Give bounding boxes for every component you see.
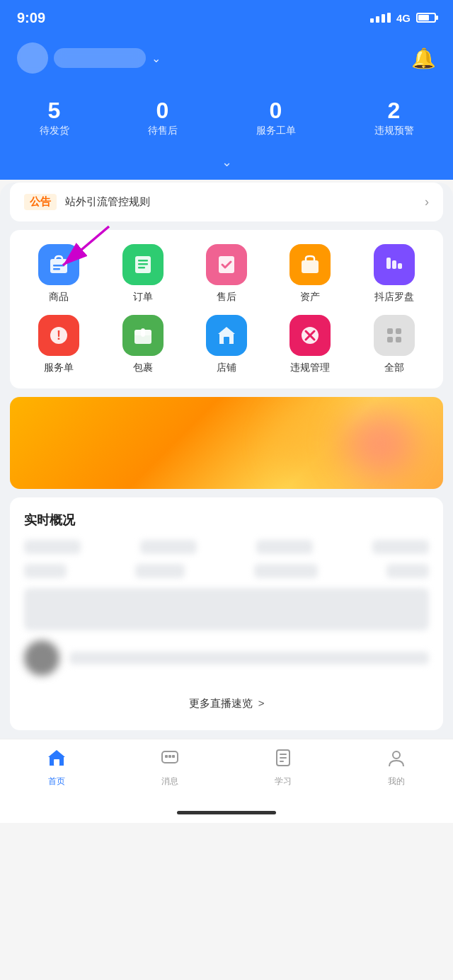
- menu-label-compass: 抖店罗盘: [374, 291, 414, 304]
- svg-rect-23: [387, 328, 393, 334]
- menu-item-goods[interactable]: 商品: [23, 244, 94, 304]
- menu-item-asset[interactable]: 资产: [275, 244, 345, 304]
- svg-rect-34: [280, 757, 287, 759]
- blurred-stat-3: [256, 540, 313, 554]
- goods-icon: [38, 244, 79, 285]
- more-live-arrow-icon: >: [258, 697, 265, 709]
- svg-rect-30: [168, 755, 171, 758]
- stat-label-pending-after: 待售后: [148, 125, 178, 137]
- blurred-stats-row-1: [24, 540, 429, 554]
- store-icon: [206, 315, 247, 356]
- store-selector[interactable]: ⌄: [17, 42, 161, 74]
- network-label: 4G: [396, 12, 411, 24]
- store-name-blurred: [54, 48, 146, 68]
- menu-item-violation[interactable]: 违规管理: [275, 315, 345, 374]
- svg-rect-13: [398, 263, 402, 269]
- home-icon: [47, 748, 67, 773]
- menu-label-service: 服务单: [44, 362, 74, 374]
- realtime-section: 实时概况 更多直播速览 >: [10, 497, 443, 730]
- asset-icon: [289, 244, 331, 285]
- menu-label-order: 订单: [133, 291, 153, 304]
- menu-label-aftersale: 售后: [217, 291, 236, 304]
- battery-icon: [416, 13, 436, 23]
- svg-rect-11: [386, 258, 391, 269]
- nav-label-learn: 学习: [275, 776, 292, 788]
- nav-home[interactable]: 首页: [47, 748, 67, 788]
- announcement[interactable]: 公告 站外引流管控规则 ›: [10, 183, 443, 221]
- blurred-stat-7: [254, 564, 318, 578]
- home-indicator: [0, 802, 453, 823]
- nav-mine[interactable]: 我的: [386, 748, 406, 788]
- status-bar: 9:09 4G: [0, 0, 453, 35]
- nav-learn[interactable]: 学习: [273, 748, 293, 788]
- nav-message[interactable]: 消息: [160, 748, 180, 788]
- menu-item-order[interactable]: 订单: [108, 244, 178, 304]
- blurred-stats-row-2: [24, 564, 429, 578]
- all-icon: [374, 315, 415, 356]
- signal-icon: [370, 13, 391, 23]
- package-icon: [122, 315, 164, 356]
- menu-item-compass[interactable]: 抖店罗盘: [359, 244, 430, 304]
- menu-item-service[interactable]: ! 服务单: [23, 315, 94, 374]
- stat-service-order[interactable]: 0 服务工单: [256, 99, 296, 137]
- chevron-down-icon[interactable]: ⌄: [151, 52, 161, 65]
- stats-row: 5 待发货 0 待售后 0 服务工单 2 违规预警: [0, 88, 453, 154]
- svg-rect-35: [280, 761, 284, 762]
- nav-label-home: 首页: [48, 776, 65, 788]
- menu-item-aftersale[interactable]: 售后: [191, 244, 262, 304]
- svg-rect-10: [302, 260, 319, 273]
- menu-item-store[interactable]: 店铺: [191, 315, 262, 374]
- stat-pending-ship[interactable]: 5 待发货: [40, 99, 69, 137]
- svg-rect-29: [165, 755, 168, 758]
- realtime-title: 实时概况: [24, 512, 429, 529]
- menu-label-goods: 商品: [49, 291, 69, 304]
- message-icon: [160, 748, 180, 773]
- svg-text:!: !: [57, 328, 61, 342]
- stat-number-pending-ship: 5: [40, 99, 69, 122]
- order-icon: [122, 244, 164, 285]
- more-live-row[interactable]: 更多直播速览 >: [24, 686, 429, 716]
- service-icon: !: [38, 315, 79, 356]
- compass-icon: [374, 244, 415, 285]
- expand-row[interactable]: ⌄: [0, 154, 453, 180]
- expand-chevron-icon: ⌄: [222, 155, 232, 169]
- stat-label-service: 服务工单: [256, 125, 296, 137]
- header: ⌄ 🔔: [0, 35, 453, 88]
- stat-number-pending-after: 0: [148, 99, 178, 122]
- banner-blur-2: [344, 411, 415, 475]
- svg-rect-24: [396, 328, 401, 334]
- blurred-stat-1: [24, 540, 81, 554]
- blurred-stat-2: [140, 540, 197, 554]
- more-live-text: 更多直播速览: [189, 697, 253, 709]
- menu-label-package: 包裹: [133, 362, 153, 374]
- stat-pending-after[interactable]: 0 待售后: [148, 99, 178, 137]
- learn-icon: [273, 748, 293, 773]
- menu-item-all[interactable]: 全部: [359, 315, 430, 374]
- main-content: 公告 站外引流管控规则 ›: [0, 183, 453, 823]
- ann-arrow-icon: ›: [425, 195, 429, 209]
- banner[interactable]: [10, 397, 443, 489]
- menu-label-asset: 资产: [300, 291, 320, 304]
- bell-icon[interactable]: 🔔: [411, 47, 436, 70]
- aftersale-icon: [206, 244, 247, 285]
- blurred-stat-4: [372, 540, 429, 554]
- stat-number-violation: 2: [374, 99, 414, 122]
- svg-rect-31: [172, 755, 175, 758]
- ann-text: 站外引流管控规则: [65, 195, 416, 209]
- ann-tag: 公告: [24, 194, 57, 210]
- svg-rect-27: [54, 759, 59, 766]
- status-right: 4G: [370, 12, 436, 24]
- svg-rect-8: [138, 267, 145, 269]
- menu-label-store: 店铺: [217, 362, 236, 374]
- svg-rect-25: [387, 337, 393, 342]
- svg-rect-4: [53, 268, 60, 270]
- bottom-nav: 首页 消息 学习: [0, 739, 453, 802]
- mine-icon: [386, 748, 406, 773]
- svg-rect-19: [224, 337, 229, 344]
- blurred-stat-5: [24, 564, 67, 578]
- svg-rect-18: [141, 328, 145, 337]
- stat-violation[interactable]: 2 违规预警: [374, 99, 414, 137]
- svg-point-36: [393, 751, 400, 759]
- menu-item-package[interactable]: 包裹: [108, 315, 178, 374]
- nav-label-message: 消息: [161, 776, 178, 788]
